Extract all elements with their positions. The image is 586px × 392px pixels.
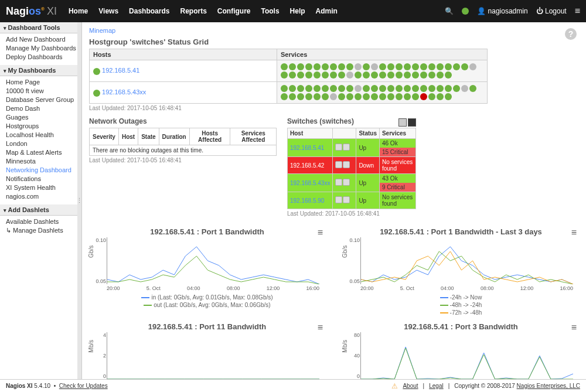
service-dot-icon[interactable] [297, 63, 304, 70]
sidebar-item[interactable]: 10000 ft view [6, 87, 81, 96]
service-dot-icon[interactable] [445, 71, 452, 79]
view-list-icon[interactable] [408, 118, 416, 127]
chart-menu-icon[interactable]: ≡ [318, 322, 323, 333]
sidebar-item[interactable]: Hostgroups [6, 122, 81, 131]
action-icon[interactable] [335, 144, 342, 151]
service-dot-icon[interactable] [281, 71, 288, 79]
nav-configure[interactable]: Configure [217, 7, 251, 15]
sidebar-item[interactable]: Minnesota [6, 157, 81, 166]
check-updates-link[interactable]: Check for Updates [59, 383, 108, 389]
service-dot-icon[interactable] [371, 71, 378, 79]
action-icon[interactable] [343, 144, 350, 151]
logo[interactable]: Nagios®XI [6, 5, 57, 18]
service-dot-icon[interactable] [396, 63, 403, 70]
service-dot-icon[interactable] [346, 63, 353, 70]
service-dot-icon[interactable] [355, 71, 362, 79]
sidebar-sec-tools[interactable]: Dashboard Tools [0, 22, 81, 33]
sidebar-item[interactable]: Manage My Dashboards [6, 44, 81, 53]
sidebar-item[interactable]: Add New Dashboard [6, 35, 81, 44]
service-dot-icon[interactable] [420, 93, 427, 100]
chart-menu-icon[interactable]: ≡ [318, 227, 323, 238]
sidebar-item[interactable]: Demo Dash [6, 104, 81, 113]
company-link[interactable]: Nagios Enterprises, LLC [517, 383, 580, 389]
sidebar-item[interactable]: London [6, 139, 81, 148]
service-dot-icon[interactable] [469, 63, 476, 70]
service-dot-icon[interactable] [404, 93, 411, 100]
service-dot-icon[interactable] [379, 85, 386, 92]
service-dot-icon[interactable] [297, 93, 304, 100]
service-dot-icon[interactable] [322, 93, 329, 100]
host-link[interactable]: 192.168.5.43xx [290, 180, 330, 186]
service-dot-icon[interactable] [363, 63, 370, 70]
sidebar-item[interactable]: Notifications [6, 175, 81, 183]
service-dot-icon[interactable] [289, 93, 296, 100]
service-dot-icon[interactable] [363, 85, 370, 92]
warning-icon[interactable]: ⚠ [391, 382, 398, 390]
chart-area[interactable]: Gb/s0.100.05 [107, 237, 319, 284]
host-link[interactable]: 192.168.5.43xx [102, 88, 146, 96]
service-dot-icon[interactable] [297, 71, 304, 79]
service-dot-icon[interactable] [453, 63, 460, 70]
service-dot-icon[interactable] [437, 63, 444, 70]
service-dot-icon[interactable] [396, 71, 403, 79]
action-icon[interactable] [343, 196, 350, 203]
service-dot-icon[interactable] [289, 71, 296, 79]
service-dot-icon[interactable] [346, 71, 353, 79]
service-dot-icon[interactable] [420, 71, 427, 79]
service-dot-icon[interactable] [404, 63, 411, 70]
action-icon[interactable] [343, 179, 350, 186]
sidebar-sec-add[interactable]: Add Dashlets [0, 204, 81, 216]
service-dot-icon[interactable] [363, 71, 370, 79]
chart-menu-icon[interactable]: ≡ [571, 322, 577, 333]
service-dot-icon[interactable] [412, 93, 419, 100]
sidebar-item[interactable]: Map & Latest Alerts [6, 148, 81, 157]
service-dot-icon[interactable] [355, 63, 362, 70]
service-dot-icon[interactable] [387, 85, 394, 92]
service-dot-icon[interactable] [281, 93, 288, 100]
service-dot-icon[interactable] [445, 63, 452, 70]
service-dot-icon[interactable] [387, 93, 394, 100]
service-dot-icon[interactable] [338, 85, 345, 92]
nav-help[interactable]: Help [290, 7, 305, 15]
service-dot-icon[interactable] [412, 71, 419, 79]
action-icon[interactable] [343, 161, 350, 168]
service-dot-icon[interactable] [314, 63, 321, 70]
service-dot-icon[interactable] [420, 85, 427, 92]
service-dot-icon[interactable] [281, 63, 288, 70]
search-icon[interactable]: 🔍 [445, 7, 454, 15]
sidebar-item[interactable]: Deploy Dashboards [6, 53, 81, 62]
service-dot-icon[interactable] [371, 93, 378, 100]
nav-admin[interactable]: Admin [316, 7, 338, 15]
service-dot-icon[interactable] [322, 85, 329, 92]
service-dot-icon[interactable] [338, 71, 345, 79]
nav-tools[interactable]: Tools [261, 7, 279, 15]
service-dot-icon[interactable] [355, 85, 362, 92]
service-dot-icon[interactable] [281, 85, 288, 92]
service-dot-icon[interactable] [379, 93, 386, 100]
menu-icon[interactable]: ≡ [575, 6, 580, 16]
service-dot-icon[interactable] [445, 85, 452, 92]
sidebar-item[interactable]: XI System Health [6, 183, 81, 192]
nav-dashboards[interactable]: Dashboards [129, 7, 169, 15]
sidebar-item[interactable]: nagios.com [6, 192, 81, 201]
service-dot-icon[interactable] [445, 93, 452, 100]
chart-area[interactable]: Gb/s0.100.05 [360, 237, 573, 284]
breadcrumb[interactable]: Minemap [89, 27, 115, 34]
service-dot-icon[interactable] [289, 63, 296, 70]
legal-link[interactable]: Legal [429, 383, 443, 389]
service-dot-icon[interactable] [330, 93, 337, 100]
action-icon[interactable] [335, 161, 342, 168]
sidebar-item[interactable]: Networking Dashboard [6, 166, 81, 175]
service-dot-icon[interactable] [314, 93, 321, 100]
service-dot-icon[interactable] [371, 85, 378, 92]
service-dot-icon[interactable] [428, 93, 435, 100]
sidebar-item[interactable]: Available Dashlets [6, 217, 81, 226]
action-icon[interactable] [335, 179, 342, 186]
service-dot-icon[interactable] [437, 71, 444, 79]
status-dot-icon[interactable] [462, 8, 469, 15]
service-dot-icon[interactable] [305, 71, 312, 79]
service-dot-icon[interactable] [314, 71, 321, 79]
chart-area[interactable]: Mb/s420 [107, 332, 319, 379]
service-dot-icon[interactable] [469, 85, 476, 92]
service-dot-icon[interactable] [338, 63, 345, 70]
